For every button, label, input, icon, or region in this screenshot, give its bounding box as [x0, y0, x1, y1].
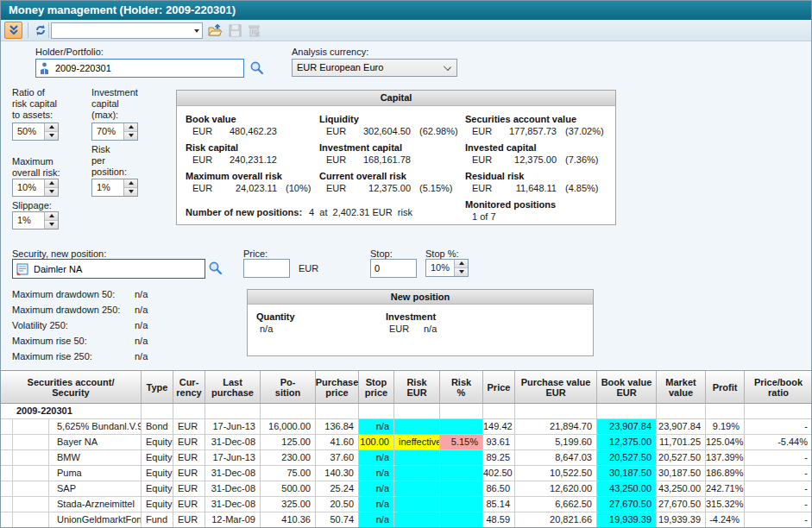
table-cell: n/a	[359, 419, 394, 435]
refresh-button[interactable]	[31, 22, 49, 39]
spin-up-button[interactable]	[45, 212, 58, 221]
table-cell: Equity	[142, 450, 173, 466]
table-header-cell[interactable]: Profit	[706, 371, 745, 404]
table-cell	[515, 404, 597, 419]
table-header-cell[interactable]: Po- sition	[261, 371, 316, 404]
table-cell: 500.00	[261, 481, 316, 497]
stop-percent-spinner[interactable]: 10%	[425, 259, 469, 277]
maximum-overall-risk-spinner[interactable]: 10%	[12, 179, 59, 197]
table-header-cell[interactable]: Price/book ratio	[745, 371, 812, 404]
stop-input[interactable]	[370, 259, 417, 278]
capital-item-maximum-overall-risk: Maximum overall risk EUR24,023.11(10%)	[186, 170, 319, 195]
table-cell	[706, 404, 745, 419]
table-group-row[interactable]: 2009-220301	[1, 404, 812, 419]
toolbar	[1, 20, 811, 41]
investment-capital-max-label: Investment capital (max):	[91, 87, 138, 121]
spin-up-button[interactable]	[455, 260, 468, 268]
holder-value-input[interactable]	[55, 60, 236, 76]
table-cell: -	[745, 450, 812, 466]
maximum-overall-risk-label: Maximum overall risk:	[12, 156, 60, 179]
table-header-cell[interactable]: Cur- rency	[173, 371, 205, 404]
security-value-input[interactable]	[34, 261, 202, 277]
spin-down-button[interactable]	[455, 268, 468, 277]
table-header-cell[interactable]: Book value EUR	[597, 371, 657, 404]
price-currency-label: EUR	[299, 263, 318, 274]
table-row[interactable]: UnionGeldmarktFondsFundEUR12-Mar-09410.3…	[1, 512, 812, 528]
table-row[interactable]: PumaEquityEUR31-Dec-0875.00140.30n/a402.…	[1, 466, 812, 481]
table-cell: n/a	[359, 466, 394, 481]
toolbar-separator	[48, 22, 49, 38]
spin-up-button[interactable]	[45, 123, 58, 132]
table-header-cell[interactable]: Market value	[657, 371, 706, 404]
risk-per-position-spinner[interactable]: 1%	[91, 179, 138, 197]
table-cell: 5,625% Bundanl.V.98/01.28	[1, 419, 142, 435]
table-header-cell[interactable]: Securities account/ Security	[1, 371, 142, 404]
table-cell: 17-Jun-13	[205, 450, 261, 466]
spin-down-button[interactable]	[45, 188, 58, 197]
spin-down-button[interactable]	[45, 132, 58, 141]
table-cell: n/a	[359, 450, 394, 466]
table-cell	[173, 404, 205, 419]
slippage-spinner[interactable]: 1%	[12, 211, 59, 229]
capital-item-monitored-positions: Monitored positions 1 of 7	[465, 198, 612, 223]
table-cell: 9.19%	[706, 419, 745, 435]
table-header-cell[interactable]: Risk EUR	[394, 371, 440, 404]
toolbar-combobox-input[interactable]	[54, 24, 192, 37]
table-cell	[394, 466, 440, 481]
table-cell: EUR	[173, 512, 205, 528]
ratio-risk-capital-spinner[interactable]: 50%	[12, 123, 59, 141]
table-cell	[394, 481, 440, 497]
table-row[interactable]: 5,625% Bundanl.V.98/01.28BondEUR17-Jun-1…	[1, 419, 812, 435]
holder-search-button[interactable]	[249, 60, 264, 77]
table-header-cell[interactable]: Purchase price	[316, 371, 359, 404]
dropdown-arrow-icon[interactable]	[194, 29, 199, 33]
price-input[interactable]	[243, 259, 290, 278]
capital-panel: Capital Book value EUR480,462.23 Risk ca…	[176, 90, 616, 225]
table-row[interactable]: BMWEquityEUR17-Jun-13230.0037.60n/a89.25…	[1, 450, 812, 466]
spin-down-button[interactable]	[124, 132, 137, 141]
search-icon	[208, 261, 223, 275]
collapse-panel-button[interactable]	[4, 22, 22, 39]
save-icon	[229, 24, 242, 37]
table-header-cell[interactable]: Price	[483, 371, 515, 404]
table-header-cell[interactable]: Last purchase	[205, 371, 261, 404]
table-cell: 315.32%	[706, 497, 745, 512]
table-cell	[440, 481, 483, 497]
open-folder-icon	[208, 24, 223, 37]
holder-input[interactable]	[35, 59, 244, 78]
delete-button[interactable]	[245, 22, 262, 39]
number-of-new-positions: Number of new positions:4 at 2,402.31 EU…	[186, 207, 412, 217]
table-header-cell[interactable]: Type	[142, 371, 173, 404]
table-cell: 16,000.00	[261, 419, 316, 435]
table-header-cell[interactable]: Stop price	[359, 371, 394, 404]
analysis-currency-select[interactable]: EUR European Euro	[292, 59, 457, 77]
spin-down-button[interactable]	[45, 221, 58, 229]
table-row[interactable]: SAPEquityEUR31-Dec-08500.0025.24n/a86.50…	[1, 481, 812, 497]
table-cell: 136.84	[316, 419, 359, 435]
capital-item-residual-risk: Residual risk EUR11,648.11(4.85%)	[465, 170, 612, 195]
spin-up-button[interactable]	[124, 179, 137, 188]
table-header-cell[interactable]: Risk %	[440, 371, 483, 404]
open-button[interactable]	[206, 22, 223, 39]
save-button[interactable]	[226, 22, 243, 39]
table-header-cell[interactable]: Purchase value EUR	[515, 371, 597, 404]
spin-down-button[interactable]	[124, 188, 137, 197]
investment-capital-max-spinner[interactable]: 70%	[91, 123, 138, 141]
table-cell: 23,907.84	[597, 419, 657, 435]
table-cell	[142, 404, 173, 419]
security-input[interactable]	[12, 259, 205, 279]
toolbar-combobox[interactable]	[51, 22, 203, 39]
table-cell: 12-Mar-09	[205, 512, 261, 528]
spin-up-button[interactable]	[124, 123, 137, 132]
table-row[interactable]: Stada-ArzneimittelEquityEUR31-Dec-08325.…	[1, 497, 812, 512]
spin-up-button[interactable]	[45, 179, 58, 188]
security-search-button[interactable]	[208, 261, 223, 277]
table-cell: 75.00	[261, 466, 316, 481]
table-cell: 50.74	[316, 512, 359, 528]
table-cell: 402.50	[483, 466, 515, 481]
table-cell	[394, 419, 440, 435]
table-cell: -	[745, 466, 812, 481]
table-cell: 30,187.50	[597, 466, 657, 481]
table-row[interactable]: Bayer NAEquityEUR31-Dec-08125.0041.60100…	[1, 435, 812, 450]
table-cell	[359, 404, 394, 419]
